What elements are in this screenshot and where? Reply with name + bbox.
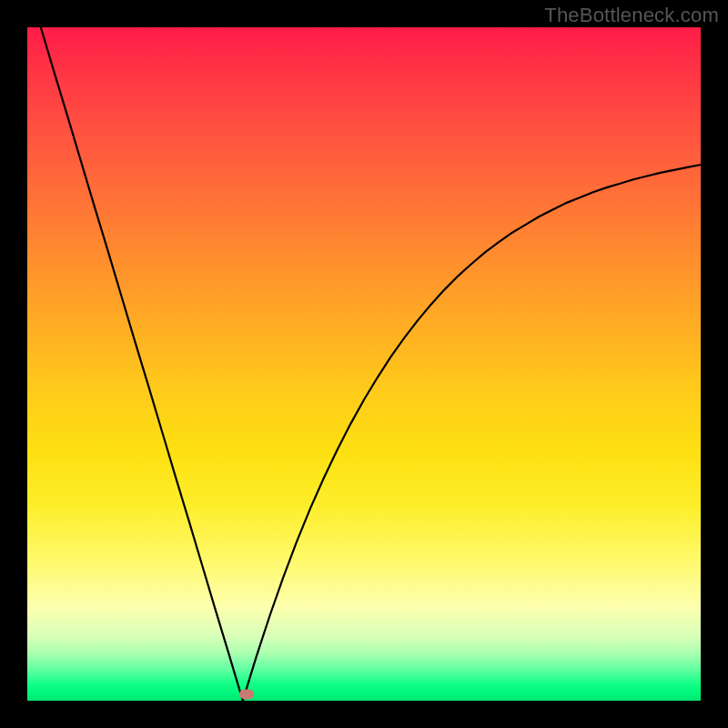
plot-area bbox=[27, 27, 701, 701]
optimal-marker bbox=[239, 689, 254, 699]
chart-frame: TheBottleneck.com bbox=[0, 0, 728, 728]
bottleneck-curve bbox=[27, 27, 701, 701]
watermark-text: TheBottleneck.com bbox=[544, 4, 719, 27]
